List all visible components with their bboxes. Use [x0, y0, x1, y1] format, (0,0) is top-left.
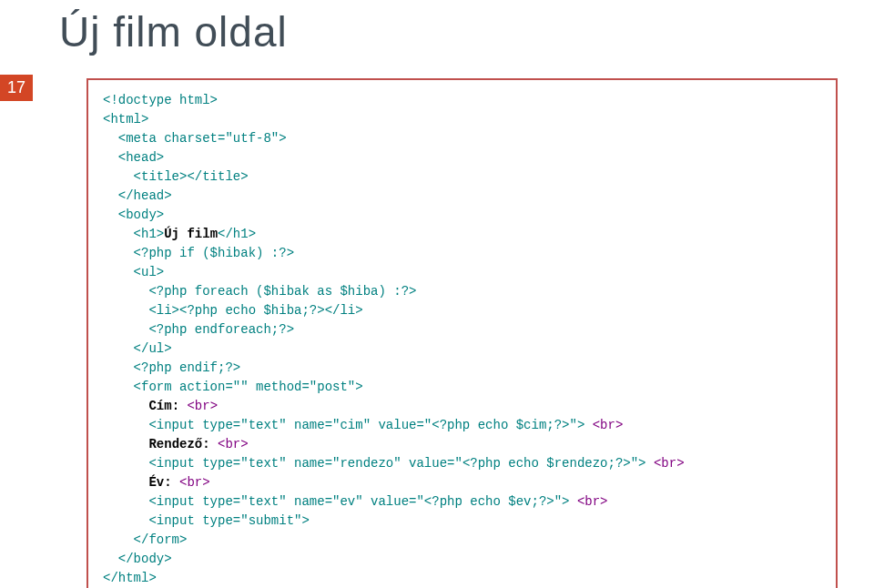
code-text: <meta charset="utf-8"> — [103, 131, 287, 146]
code-text: <html> — [103, 112, 148, 127]
code-text: "> — [570, 418, 593, 432]
code-text: <?php endforeach;?> — [103, 322, 294, 337]
code-text: <body> — [103, 208, 164, 222]
code-text: <form action="" method="post"> — [103, 380, 363, 394]
page-title: Új film oldal — [59, 7, 874, 56]
code-text: "> — [631, 456, 654, 471]
code-text: <li><?php echo $hiba;?></li> — [103, 303, 363, 318]
code-text: <?php if ($hibak) :?> — [103, 246, 294, 260]
code-text: </head> — [103, 188, 172, 203]
code-text: <ul> — [103, 265, 164, 279]
code-text: </h1> — [218, 227, 256, 241]
code-text: <br> — [577, 494, 608, 509]
code-text: <?php echo $rendezo;?> — [462, 456, 631, 471]
code-text — [103, 475, 148, 490]
code-text: <?php endif;?> — [103, 360, 240, 375]
code-text: <input type="text" name="cim" value=" — [103, 418, 432, 432]
code-text: <br> — [593, 418, 624, 432]
code-text: <h1> — [103, 227, 164, 241]
code-text: </html> — [103, 571, 157, 585]
code-text: <input type="submit"> — [103, 513, 310, 528]
code-text: <head> — [103, 150, 164, 165]
page-number: 17 — [0, 75, 33, 101]
code-text: <br> — [187, 399, 218, 413]
code-text: <!doctype html> — [103, 93, 218, 107]
code-text — [103, 437, 148, 451]
code-text: <input type="text" name="rendezo" value=… — [103, 456, 462, 471]
code-text: <br> — [654, 456, 685, 471]
code-text: <br> — [218, 437, 249, 451]
code-text: </ul> — [103, 341, 172, 356]
code-block: <!doctype html> <html> <meta charset="ut… — [86, 78, 838, 588]
code-text: Év: — [148, 475, 171, 490]
code-text: <?php echo $cim;?> — [432, 418, 569, 432]
code-text: </body> — [103, 552, 172, 566]
code-text — [172, 475, 179, 490]
code-text: Új film — [164, 227, 218, 241]
code-text: </form> — [103, 532, 187, 547]
code-text — [210, 437, 218, 451]
code-text: <title></title> — [103, 169, 249, 184]
code-text: Rendező: — [148, 437, 209, 451]
code-text: "> — [554, 494, 577, 509]
code-text: <br> — [179, 475, 210, 490]
code-text: <?php foreach ($hibak as $hiba) :?> — [103, 284, 416, 299]
code-text: Cím: — [148, 399, 179, 413]
code-text — [103, 399, 148, 413]
code-text: <?php echo $ev;?> — [424, 494, 554, 509]
code-text: <input type="text" name="ev" value=" — [103, 494, 424, 509]
